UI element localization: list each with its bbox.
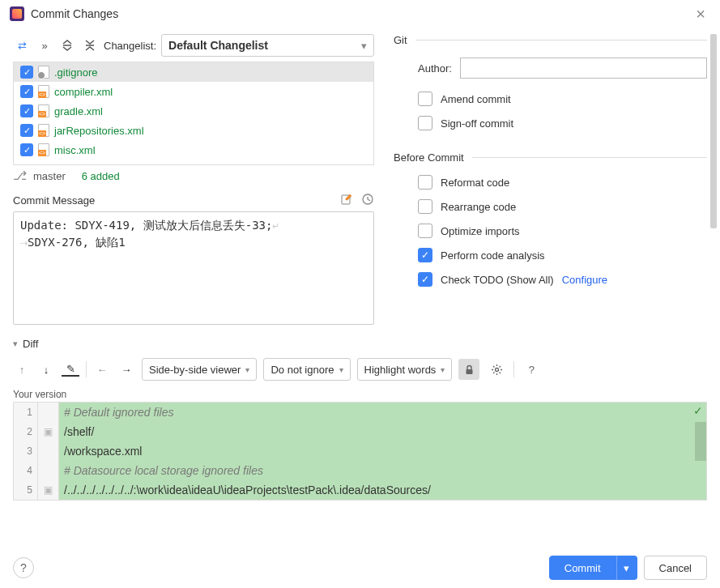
git-section-label: Git [394, 34, 707, 46]
refresh-icon[interactable]: ⇄ [13, 36, 31, 54]
file-list[interactable]: ✓ .gitignore✓ compiler.xml✓ gradle.xml✓ … [13, 62, 374, 165]
changelist-dropdown[interactable]: Default Changelist ▾ [161, 34, 374, 57]
file-icon [38, 104, 49, 117]
branch-status: ⎇ master 6 added [13, 165, 374, 186]
author-input[interactable] [460, 58, 707, 79]
file-icon [38, 85, 49, 98]
svg-point-3 [495, 368, 498, 371]
file-row[interactable]: ✓ compiler.xml [14, 82, 373, 101]
author-label: Author: [418, 62, 452, 75]
forward-icon[interactable]: → [117, 360, 135, 378]
expand-all-icon[interactable] [58, 36, 76, 54]
history-icon[interactable] [361, 193, 374, 208]
analysis-checkbox[interactable]: ✓ [418, 248, 432, 262]
fold-icon[interactable] [38, 441, 59, 461]
highlight-select[interactable]: Highlight words▾ [357, 358, 453, 381]
edit-icon[interactable]: ✎ [62, 362, 79, 377]
file-name: compiler.xml [54, 86, 113, 98]
chevron-down-icon: ▾ [13, 339, 18, 349]
close-icon[interactable]: × [691, 5, 710, 23]
commit-dialog: Commit Changes × ⇄ » Changelist: Defau [0, 0, 720, 588]
code-line: 2 ▣ /shelf/ [14, 422, 706, 441]
fold-icon[interactable] [38, 461, 59, 480]
prev-diff-icon[interactable]: ↑ [13, 360, 31, 378]
code-line: 4 # Datasource local storage ignored fil… [14, 461, 706, 480]
signoff-checkbox[interactable] [418, 116, 432, 130]
file-checkbox[interactable]: ✓ [20, 104, 33, 117]
amend-checkbox[interactable] [418, 92, 432, 106]
file-icon [38, 66, 49, 79]
configure-link[interactable]: Configure [562, 274, 607, 286]
branch-icon: ⎇ [13, 168, 27, 183]
chevron-down-icon: ▾ [361, 40, 367, 52]
todo-checkbox[interactable]: ✓ [418, 272, 432, 287]
file-checkbox[interactable]: ✓ [20, 124, 33, 137]
diff-scrollbar[interactable] [695, 422, 706, 461]
right-scrollbar[interactable] [710, 34, 717, 228]
optimize-checkbox[interactable] [418, 224, 432, 238]
your-version-label: Your version [13, 387, 707, 402]
file-name: misc.xml [54, 144, 96, 156]
cancel-button[interactable]: Cancel [644, 556, 707, 580]
file-name: gradle.xml [54, 105, 103, 117]
collapse-all-icon[interactable] [81, 36, 99, 54]
svg-rect-2 [466, 369, 472, 374]
file-icon [38, 143, 49, 156]
changelist-label: Changelist: [104, 40, 156, 52]
lock-icon[interactable] [458, 359, 479, 380]
help-button[interactable]: ? [13, 557, 34, 578]
file-icon [38, 124, 49, 137]
commit-message-input[interactable]: Update: SDYX-419, 测试放大后信息丢失-33;↵⇢SDYX-27… [13, 211, 374, 325]
titlebar: Commit Changes × [0, 0, 720, 28]
back-icon[interactable]: ← [93, 360, 111, 378]
commit-message-template-icon[interactable] [340, 193, 353, 208]
app-icon [10, 6, 24, 21]
code-line: 3 /workspace.xml [14, 441, 706, 461]
rearrange-checkbox[interactable] [418, 199, 432, 214]
reformat-checkbox[interactable] [418, 175, 432, 190]
file-row[interactable]: ✓ .gitignore [14, 62, 373, 82]
ok-icon: ✓ [693, 404, 703, 417]
fold-icon[interactable] [38, 403, 59, 422]
file-checkbox[interactable]: ✓ [20, 66, 33, 79]
window-title: Commit Changes [31, 7, 118, 20]
chevrons-icon[interactable]: » [36, 36, 53, 54]
fold-icon[interactable]: ▣ [38, 480, 59, 500]
file-row[interactable]: ✓ gradle.xml [14, 101, 373, 121]
gear-icon[interactable] [486, 359, 507, 380]
file-row[interactable]: ✓ misc.xml [14, 140, 373, 160]
code-line: 1 # Default ignored files [14, 403, 706, 422]
commit-dropdown[interactable]: ▾ [616, 556, 637, 580]
file-name: jarRepositories.xml [54, 125, 144, 137]
code-line: 5 ▣ /../../../../../../../:\work\idea\id… [14, 480, 706, 500]
file-name: .gitignore [54, 66, 97, 79]
commit-message-label: Commit Message [13, 194, 95, 207]
help-diff-icon[interactable]: ? [521, 359, 542, 380]
file-checkbox[interactable]: ✓ [20, 143, 33, 156]
diff-toggle[interactable]: ▾ Diff [13, 336, 707, 352]
changelist-toolbar: ⇄ » Changelist: Default Changelist ▾ [13, 31, 374, 60]
whitespace-select[interactable]: Do not ignore▾ [263, 358, 350, 381]
file-checkbox[interactable]: ✓ [20, 85, 33, 98]
viewer-mode-select[interactable]: Side-by-side viewer▾ [142, 358, 257, 381]
commit-button[interactable]: Commit [549, 556, 616, 580]
before-commit-label: Before Commit [394, 151, 707, 164]
diff-code[interactable]: ✓ 1 # Default ignored files2 ▣ /shelf/3 … [13, 402, 707, 501]
file-row[interactable]: ✓ jarRepositories.xml [14, 121, 373, 140]
next-diff-icon[interactable]: ↓ [37, 360, 55, 378]
fold-icon[interactable]: ▣ [38, 422, 59, 441]
